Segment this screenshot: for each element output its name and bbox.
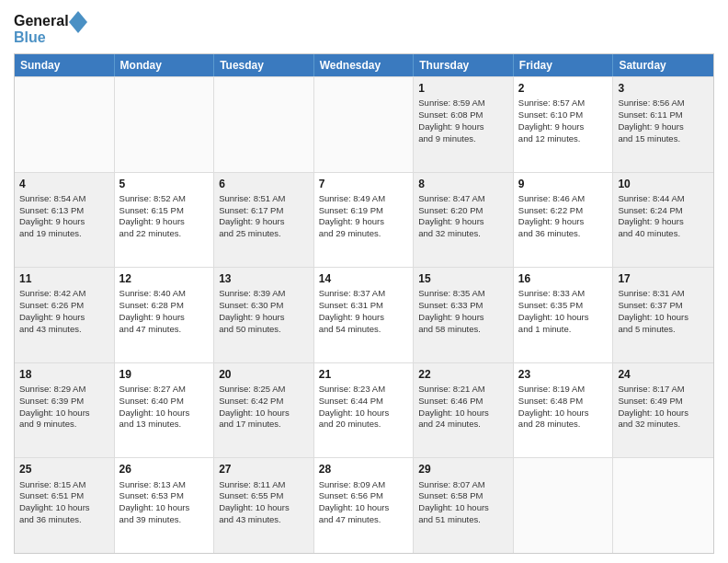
day-info: Sunrise: 8:44 AM bbox=[618, 193, 709, 205]
day-info: Daylight: 9 hours bbox=[618, 216, 709, 228]
cal-cell-r2-c0: 11Sunrise: 8:42 AMSunset: 6:26 PMDayligh… bbox=[15, 268, 115, 362]
cal-cell-r4-c3: 28Sunrise: 8:09 AMSunset: 6:56 PMDayligh… bbox=[314, 458, 415, 553]
day-number: 17 bbox=[618, 271, 709, 286]
day-info: Daylight: 10 hours bbox=[418, 408, 508, 419]
day-number: 13 bbox=[219, 271, 309, 286]
day-info: Sunrise: 8:49 AM bbox=[319, 193, 409, 205]
day-number: 21 bbox=[319, 367, 409, 382]
day-info: Sunset: 6:49 PM bbox=[618, 396, 709, 408]
day-info: Daylight: 10 hours bbox=[119, 408, 210, 419]
day-info: and 20 minutes. bbox=[319, 419, 409, 431]
day-info: and 22 minutes. bbox=[119, 228, 210, 240]
day-info: and 43 minutes. bbox=[19, 324, 109, 336]
day-info: Daylight: 9 hours bbox=[219, 312, 309, 324]
svg-marker-2 bbox=[69, 11, 87, 33]
day-number: 25 bbox=[19, 462, 109, 477]
cal-header-saturday: Saturday bbox=[613, 54, 713, 76]
day-info: and 29 minutes. bbox=[319, 228, 409, 240]
day-info: Daylight: 10 hours bbox=[19, 502, 109, 514]
day-info: Daylight: 9 hours bbox=[418, 216, 508, 228]
day-info: Daylight: 10 hours bbox=[319, 408, 409, 419]
day-info: Sunset: 6:28 PM bbox=[119, 300, 210, 312]
cal-cell-r3-c2: 20Sunrise: 8:25 AMSunset: 6:42 PMDayligh… bbox=[214, 363, 314, 458]
day-info: Sunset: 6:46 PM bbox=[418, 396, 508, 408]
day-info: Sunrise: 8:51 AM bbox=[219, 193, 309, 205]
day-info: and 36 minutes. bbox=[19, 514, 109, 526]
day-info: Sunset: 6:24 PM bbox=[618, 205, 709, 217]
cal-cell-r0-c3 bbox=[314, 77, 415, 172]
day-info: Sunset: 6:11 PM bbox=[618, 109, 709, 121]
day-info: Sunrise: 8:15 AM bbox=[19, 479, 109, 491]
day-info: Daylight: 9 hours bbox=[518, 216, 609, 228]
day-info: Sunset: 6:55 PM bbox=[219, 490, 309, 502]
day-info: and 1 minute. bbox=[518, 324, 609, 336]
cal-cell-r2-c2: 13Sunrise: 8:39 AMSunset: 6:30 PMDayligh… bbox=[214, 268, 314, 362]
day-info: and 50 minutes. bbox=[219, 324, 309, 336]
day-info: Sunset: 6:26 PM bbox=[19, 300, 109, 312]
day-number: 15 bbox=[418, 271, 508, 286]
day-info: Sunset: 6:08 PM bbox=[418, 109, 508, 121]
cal-row-4: 25Sunrise: 8:15 AMSunset: 6:51 PMDayligh… bbox=[15, 457, 713, 553]
day-info: Daylight: 10 hours bbox=[219, 408, 309, 419]
cal-cell-r0-c6: 3Sunrise: 8:56 AMSunset: 6:11 PMDaylight… bbox=[613, 77, 713, 172]
cal-cell-r4-c2: 27Sunrise: 8:11 AMSunset: 6:55 PMDayligh… bbox=[214, 458, 314, 553]
cal-cell-r3-c4: 22Sunrise: 8:21 AMSunset: 6:46 PMDayligh… bbox=[414, 363, 514, 458]
day-info: Daylight: 9 hours bbox=[518, 121, 609, 133]
day-info: Sunrise: 8:21 AM bbox=[418, 384, 508, 396]
cal-cell-r0-c0 bbox=[15, 77, 115, 172]
day-info: Daylight: 9 hours bbox=[219, 216, 309, 228]
day-info: and 17 minutes. bbox=[219, 419, 309, 431]
day-info: Sunset: 6:17 PM bbox=[219, 205, 309, 217]
cal-cell-r1-c1: 5Sunrise: 8:52 AMSunset: 6:15 PMDaylight… bbox=[115, 173, 215, 268]
day-number: 27 bbox=[219, 462, 309, 477]
calendar: SundayMondayTuesdayWednesdayThursdayFrid… bbox=[14, 53, 714, 554]
day-info: Sunrise: 8:19 AM bbox=[518, 384, 609, 396]
cal-cell-r0-c5: 2Sunrise: 8:57 AMSunset: 6:10 PMDaylight… bbox=[514, 77, 614, 172]
cal-cell-r3-c1: 19Sunrise: 8:27 AMSunset: 6:40 PMDayligh… bbox=[115, 363, 215, 458]
day-info: Daylight: 9 hours bbox=[418, 121, 508, 133]
day-info: Sunrise: 8:56 AM bbox=[618, 98, 709, 109]
day-info: and 19 minutes. bbox=[19, 228, 109, 240]
day-number: 11 bbox=[19, 271, 109, 286]
day-info: Sunset: 6:39 PM bbox=[19, 396, 109, 408]
day-number: 3 bbox=[618, 81, 709, 96]
day-number: 4 bbox=[19, 177, 109, 191]
cal-cell-r1-c4: 8Sunrise: 8:47 AMSunset: 6:20 PMDaylight… bbox=[414, 173, 514, 268]
day-info: Sunrise: 8:39 AM bbox=[219, 288, 309, 300]
day-info: and 9 minutes. bbox=[418, 133, 508, 145]
cal-header-wednesday: Wednesday bbox=[314, 54, 415, 76]
day-info: and 25 minutes. bbox=[219, 228, 309, 240]
day-info: and 43 minutes. bbox=[219, 514, 309, 526]
day-info: Sunrise: 8:52 AM bbox=[119, 193, 210, 205]
day-info: Sunset: 6:56 PM bbox=[319, 490, 409, 502]
header: GeneralBlue bbox=[14, 9, 714, 46]
day-info: and 12 minutes. bbox=[518, 133, 609, 145]
day-info: Daylight: 9 hours bbox=[319, 216, 409, 228]
logo-svg: GeneralBlue bbox=[14, 9, 87, 46]
day-info: and 32 minutes. bbox=[618, 419, 709, 431]
cal-row-2: 11Sunrise: 8:42 AMSunset: 6:26 PMDayligh… bbox=[15, 267, 713, 362]
day-info: Sunset: 6:19 PM bbox=[319, 205, 409, 217]
day-info: Sunrise: 8:40 AM bbox=[119, 288, 210, 300]
svg-text:General: General bbox=[14, 13, 69, 29]
day-info: Sunset: 6:42 PM bbox=[219, 396, 309, 408]
day-info: Sunset: 6:48 PM bbox=[518, 396, 609, 408]
day-info: and 13 minutes. bbox=[119, 419, 210, 431]
day-number: 10 bbox=[618, 177, 709, 191]
day-info: Sunrise: 8:27 AM bbox=[119, 384, 210, 396]
cal-cell-r1-c0: 4Sunrise: 8:54 AMSunset: 6:13 PMDaylight… bbox=[15, 173, 115, 268]
cal-header-sunday: Sunday bbox=[15, 54, 115, 76]
day-info: and 51 minutes. bbox=[418, 514, 508, 526]
day-info: Sunrise: 8:42 AM bbox=[19, 288, 109, 300]
day-info: Daylight: 10 hours bbox=[219, 502, 309, 514]
day-info: and 24 minutes. bbox=[418, 419, 508, 431]
day-info: Daylight: 9 hours bbox=[618, 121, 709, 133]
day-info: Sunset: 6:31 PM bbox=[319, 300, 409, 312]
cal-cell-r4-c4: 29Sunrise: 8:07 AMSunset: 6:58 PMDayligh… bbox=[414, 458, 514, 553]
day-number: 29 bbox=[418, 462, 508, 477]
day-info: Sunrise: 8:46 AM bbox=[518, 193, 609, 205]
day-info: Sunrise: 8:54 AM bbox=[19, 193, 109, 205]
day-info: Daylight: 9 hours bbox=[119, 312, 210, 324]
cal-cell-r1-c2: 6Sunrise: 8:51 AMSunset: 6:17 PMDaylight… bbox=[214, 173, 314, 268]
day-info: Sunset: 6:58 PM bbox=[418, 490, 508, 502]
